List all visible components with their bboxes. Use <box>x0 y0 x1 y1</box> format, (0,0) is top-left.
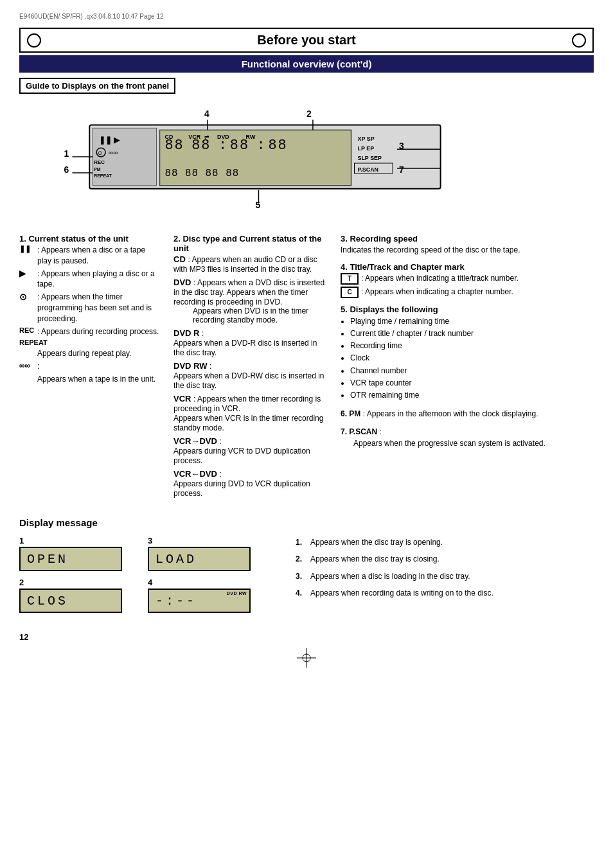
section6-num: 6. <box>341 409 347 418</box>
section6-keyword: PM <box>349 409 362 418</box>
sym-timer: ⊙ : Appears when the timer programming h… <box>19 292 161 324</box>
title-icon: T <box>341 273 359 285</box>
page-title: Before you start <box>257 33 355 47</box>
cd-keyword: CD <box>173 254 186 264</box>
note-1: 1. Appears when the disc tray is opening… <box>296 536 493 549</box>
svg-text:⇌: ⇌ <box>204 134 209 140</box>
display-left-examples: 1 OPEN 2 CLOS <box>19 536 135 613</box>
svg-text:⊙: ⊙ <box>98 150 103 156</box>
sym-play: ▶ : Appears when playing a disc or a tap… <box>19 269 161 290</box>
main-content: 1. Current status of the unit ❚❚ : Appea… <box>19 234 594 504</box>
timer-desc: : Appears when the timer programming has… <box>37 292 161 324</box>
section6: 6. PM : Appears in the afternoon with th… <box>341 408 594 420</box>
disc-dvd-vcr: VCR←DVD :Appears during DVD to VCR dupli… <box>173 469 328 498</box>
svg-text::: : <box>257 137 265 154</box>
display-content-1: OPEN <box>27 552 68 567</box>
dvd-desc: : Appears when a DVD disc is inserted in… <box>173 278 324 306</box>
svg-text:DVD: DVD <box>217 134 229 140</box>
list-item: OTR remaining time <box>350 389 594 402</box>
section1: 1. Current status of the unit ❚❚ : Appea… <box>19 234 161 385</box>
note-text-1: Appears when the disc tray is opening. <box>310 536 443 549</box>
note-4: 4. Appears when recording data is writin… <box>296 587 493 599</box>
front-panel-diagram: ❚❚ ▶ ⊙ ∞∞ REC PM REPEAT 88 88 : 88 : 88 … <box>19 99 594 227</box>
play-desc: : Appears when playing a disc or a tape. <box>37 269 161 290</box>
disc-dvd-r: DVD R :Appears when a DVD-R disc is inse… <box>173 328 328 357</box>
display-box-1: OPEN <box>19 547 122 571</box>
disc-dvd-rw: DVD RW :Appears when a DVD-RW disc is in… <box>173 361 328 390</box>
section2-title: 2. Disc type and Current status of the u… <box>173 234 328 253</box>
display-content-3: LOAD <box>155 552 197 567</box>
note-num-3: 3. <box>296 570 307 583</box>
sym-repeat: REPEAT <box>19 339 161 346</box>
sym-title: T : Appears when indicating a title/trac… <box>341 273 594 285</box>
col-left: 1. Current status of the unit ❚❚ : Appea… <box>19 234 161 504</box>
subtitle-text: Functional overview (cont'd) <box>242 58 372 69</box>
note-text-3: Appears when a disc is loading in the di… <box>310 570 470 583</box>
section7-content: 7. P.SCAN :Appears when the progressive … <box>341 426 594 449</box>
list-item: Channel number <box>350 365 594 377</box>
tape-indent: Appears when a tape is in the unit. <box>37 374 161 385</box>
display-right-examples: 3 LOAD 4 DVD RW -:-- <box>148 536 263 613</box>
svg-text:6: 6 <box>64 164 69 175</box>
sym-rec: REC : Appears during recording process. <box>19 326 161 337</box>
crosshair-svg <box>297 648 316 668</box>
vcr-keyword: VCR <box>173 394 191 403</box>
sym-tape: ∞∞ : <box>19 361 161 372</box>
section5-list: Playing time / remaining time Current ti… <box>350 315 594 402</box>
section1-title: 1. Current status of the unit <box>19 234 161 244</box>
disc-vcr: VCR : Appears when the timer recording i… <box>173 394 328 432</box>
svg-text:P.SCAN: P.SCAN <box>357 166 378 173</box>
svg-text:CD: CD <box>164 134 173 140</box>
list-item: Playing time / remaining time <box>350 315 594 328</box>
svg-text:REPEAT: REPEAT <box>94 173 112 178</box>
dvd-keyword: DVD <box>173 278 191 287</box>
display-message-content: 1 OPEN 2 CLOS 3 LOAD 4 <box>19 536 594 613</box>
pause-symbol: ❚❚ <box>19 245 37 253</box>
dvdr-keyword: DVD R <box>173 328 199 338</box>
title-bar: Before you start <box>19 28 594 53</box>
note-num-1: 1. <box>296 536 307 549</box>
display-content-4: -:-- <box>155 594 197 608</box>
svg-text:∞∞: ∞∞ <box>109 149 118 156</box>
cd-desc: : Appears when an audio CD or a disc wit… <box>173 255 317 274</box>
svg-text:88: 88 <box>268 137 287 154</box>
display-box-4: DVD RW -:-- <box>148 589 251 613</box>
display-example-1: 1 OPEN <box>19 536 135 571</box>
display-example-3: 3 LOAD <box>148 536 263 571</box>
display-num-3: 3 <box>148 536 263 545</box>
note-num-4: 4. <box>296 587 307 599</box>
svg-text:LP EP: LP EP <box>357 145 374 152</box>
section7: 7. P.SCAN :Appears when the progressive … <box>341 426 594 449</box>
svg-text:5: 5 <box>256 200 261 210</box>
display-message-title: Display message <box>19 517 594 528</box>
section4-title: 4. Title/Track and Chapter mark <box>341 262 594 272</box>
section7-keyword: P.SCAN <box>349 427 377 436</box>
svg-text:7: 7 <box>399 164 404 175</box>
section3: 3. Recording speed Indicates the recordi… <box>341 234 594 256</box>
sym-chapter: C : Appears when indicating a chapter nu… <box>341 287 594 298</box>
guide-header: Guide to Displays on the front panel <box>19 78 175 94</box>
section5: 5. Displays the following Playing time /… <box>341 305 594 402</box>
svg-text:RW: RW <box>246 134 256 140</box>
col-mid: 2. Disc type and Current status of the u… <box>173 234 328 504</box>
list-item: Current title / chapter / track number <box>350 328 594 340</box>
vcrdvd-keyword: VCR→DVD <box>173 436 217 446</box>
disc-dvd: DVD : Appears when a DVD disc is inserte… <box>173 278 328 324</box>
list-item: VCR tape counter <box>350 377 594 389</box>
section3-desc: Indicates the recording speed of the dis… <box>341 245 594 256</box>
display-example-2: 2 CLOS <box>19 578 135 613</box>
note-2: 2. Appears when the disc tray is closing… <box>296 553 493 565</box>
list-item: Recording time <box>350 340 594 352</box>
svg-text:4: 4 <box>204 109 209 119</box>
section7-num: 7. <box>341 427 347 436</box>
svg-text:SLP SEP: SLP SEP <box>357 155 382 161</box>
tape-symbol: ∞∞ <box>19 361 37 370</box>
display-box-label-4: DVD RW <box>227 591 247 596</box>
note-text-4: Appears when recording data is writing o… <box>310 587 493 599</box>
note-num-2: 2. <box>296 553 307 565</box>
display-message-section: Display message 1 OPEN 2 CLOS 3 LO <box>19 517 594 613</box>
svg-text:REC: REC <box>94 159 105 165</box>
display-num-4: 4 <box>148 578 263 587</box>
svg-text:2: 2 <box>306 109 312 119</box>
section4: 4. Title/Track and Chapter mark T : Appe… <box>341 262 594 298</box>
